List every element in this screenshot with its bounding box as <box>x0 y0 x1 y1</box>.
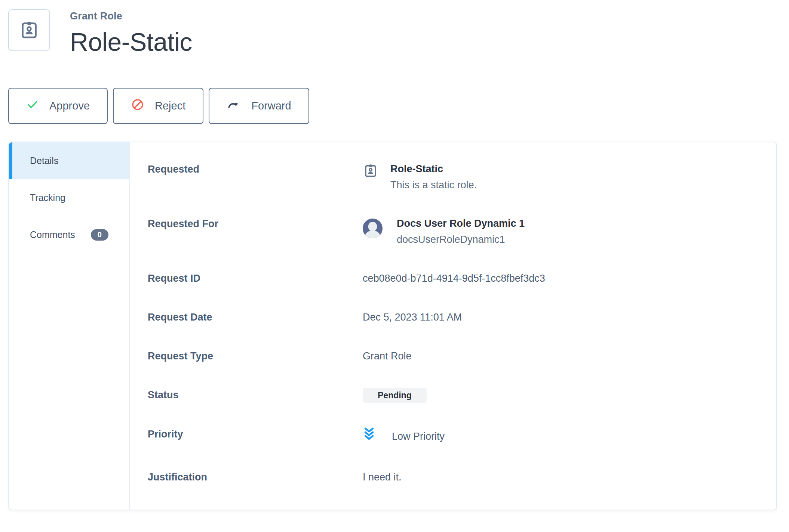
requested-for-name: Docs User Role Dynamic 1 <box>397 216 525 231</box>
ban-icon <box>131 98 144 114</box>
request-date-label: Request Date <box>148 310 363 325</box>
role-type-icon-box <box>8 9 50 51</box>
priority-value: Low Priority <box>392 429 445 444</box>
forward-button[interactable]: Forward <box>209 88 309 124</box>
tab-tracking-label: Tracking <box>30 192 65 203</box>
action-bar: Approve Reject Forward <box>0 88 789 124</box>
reject-button-label: Reject <box>155 100 185 112</box>
status-badge: Pending <box>363 388 427 403</box>
request-detail-card: Details Tracking Comments 0 Requested <box>8 142 777 510</box>
requested-role-description: This is a static role. <box>390 177 477 192</box>
priority-label: Priority <box>148 427 363 442</box>
tab-tracking[interactable]: Tracking <box>9 179 129 216</box>
row-justification: Justification I need it. <box>148 470 776 485</box>
requested-for-username: docsUserRoleDynamic1 <box>397 232 525 247</box>
approve-button-label: Approve <box>49 100 90 112</box>
request-id-value: ceb08e0d-b71d-4914-9d5f-1cc8fbef3dc3 <box>363 271 545 286</box>
request-type-label: Request Type <box>148 349 363 364</box>
details-panel: Requested Role-Static This is a static r… <box>130 142 776 510</box>
row-status: Status Pending <box>148 387 776 403</box>
requested-label: Requested <box>148 162 363 177</box>
reject-button[interactable]: Reject <box>113 88 203 124</box>
request-type-value: Grant Role <box>363 349 412 364</box>
forward-arrow-icon <box>227 98 241 114</box>
row-requested: Requested Role-Static This is a static r… <box>148 162 776 192</box>
forward-button-label: Forward <box>251 100 291 112</box>
tab-comments[interactable]: Comments 0 <box>9 216 129 253</box>
request-id-label: Request ID <box>148 271 363 286</box>
user-avatar <box>363 219 383 238</box>
requested-for-label: Requested For <box>148 216 363 231</box>
role-badge-icon <box>363 163 378 182</box>
tab-details-label: Details <box>30 155 58 166</box>
requested-role-name: Role-Static <box>390 162 477 176</box>
row-requested-for: Requested For Docs User Role Dynamic 1 d… <box>148 216 776 247</box>
justification-value: I need it. <box>363 470 402 485</box>
role-badge-icon <box>19 19 40 41</box>
comments-count-badge: 0 <box>91 229 108 241</box>
page-title: Role-Static <box>70 27 192 56</box>
request-category: Grant Role <box>70 10 192 22</box>
tab-comments-label: Comments <box>30 229 75 240</box>
detail-tabs-sidebar: Details Tracking Comments 0 <box>9 142 130 510</box>
check-icon <box>26 98 39 114</box>
tab-details[interactable]: Details <box>9 142 129 179</box>
row-request-date: Request Date Dec 5, 2023 11:01 AM <box>148 310 776 325</box>
approve-button[interactable]: Approve <box>8 88 108 124</box>
page-header: Grant Role Role-Static <box>0 0 789 56</box>
row-request-id: Request ID ceb08e0d-b71d-4914-9d5f-1cc8f… <box>148 271 776 286</box>
row-priority: Priority Low Priority <box>148 427 776 446</box>
status-label: Status <box>148 387 363 402</box>
justification-label: Justification <box>148 470 363 485</box>
request-date-value: Dec 5, 2023 11:01 AM <box>363 310 462 325</box>
low-priority-chevrons-icon <box>363 427 375 446</box>
row-request-type: Request Type Grant Role <box>148 349 776 364</box>
